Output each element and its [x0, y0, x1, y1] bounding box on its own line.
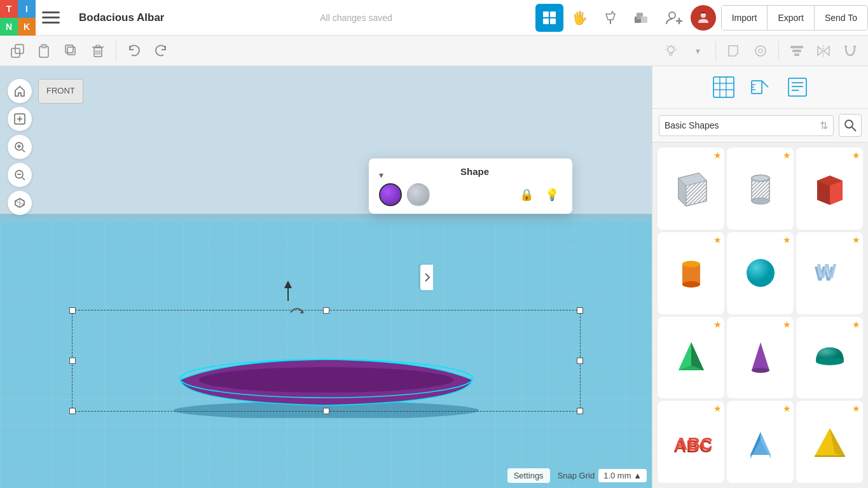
light-icon-btn[interactable]: 💡 [542, 185, 562, 205]
shape-text-3d[interactable]: ★ W W [796, 232, 863, 314]
light-btn[interactable] [658, 38, 684, 64]
star-icon: ★ [852, 403, 860, 414]
handle-ml[interactable] [69, 358, 76, 364]
nav-icons: 🖐 [535, 4, 655, 32]
topbar: T I N K Bodacious Albar All changes save… [0, 0, 868, 36]
mirror-btn[interactable] [811, 38, 836, 64]
export-btn[interactable]: Export [768, 6, 814, 30]
svg-line-71 [762, 81, 768, 87]
shape-sphere-teal[interactable]: ★ [727, 232, 794, 314]
star-icon: ★ [713, 319, 722, 330]
svg-point-34 [755, 46, 766, 56]
star-icon: ★ [713, 235, 722, 245]
color-gray-btn[interactable] [407, 183, 430, 206]
panel-collapse-btn[interactable] [420, 265, 433, 290]
home-view-btn[interactable] [8, 79, 32, 103]
svg-rect-38 [794, 53, 799, 56]
handle-bl[interactable] [69, 408, 76, 414]
svg-point-76 [845, 120, 853, 128]
delete-btn[interactable] [85, 38, 111, 64]
logo-n: N [0, 18, 18, 36]
snap-grid-value[interactable]: 1.0 mm ▲ [598, 469, 647, 482]
handle-bm[interactable] [323, 408, 329, 414]
handle-tl[interactable] [69, 307, 76, 314]
svg-rect-18 [39, 46, 48, 57]
category-chevron: ⇅ [820, 120, 828, 132]
svg-point-11 [669, 12, 675, 18]
shape-pyramid-green[interactable]: ★ [658, 317, 724, 399]
build-tool-btn[interactable] [596, 4, 624, 32]
ruler-tab[interactable] [745, 73, 776, 102]
menu-icon[interactable] [42, 9, 60, 27]
svg-rect-3 [543, 11, 549, 17]
shape-cone-purple[interactable]: ★ [727, 317, 794, 399]
dropdown-btn[interactable]: ▾ [685, 38, 710, 64]
svg-rect-24 [96, 45, 100, 47]
svg-line-53 [22, 178, 25, 180]
lock-icon-btn[interactable]: 🔒 [516, 185, 537, 205]
undo-btn[interactable] [121, 38, 147, 64]
redo-btn[interactable] [148, 38, 174, 64]
shape-cylinder-orange[interactable]: ★ [658, 232, 724, 314]
svg-marker-99 [752, 342, 769, 370]
circle-tool-btn[interactable] [748, 38, 773, 64]
shape-cube-red[interactable]: ★ [796, 148, 863, 230]
handle-tr[interactable] [577, 307, 583, 314]
user-icons [660, 4, 721, 32]
tinkercad-logo[interactable]: T I N K [0, 0, 36, 36]
add-user-btn[interactable] [660, 4, 688, 32]
shape-popup-title: Shape [387, 166, 562, 177]
magnet-btn[interactable] [837, 38, 863, 64]
blocks-tool-btn[interactable] [627, 4, 655, 32]
svg-point-93 [747, 259, 775, 287]
svg-point-92 [682, 281, 700, 288]
send-to-btn[interactable]: Send To [815, 6, 867, 30]
popup-chevron[interactable]: ▾ [379, 170, 383, 180]
svg-rect-36 [790, 46, 803, 48]
shape-letters-red[interactable]: ★ ABCD ABCD [658, 401, 724, 483]
panel-tabs [652, 66, 868, 109]
fit-view-btn[interactable] [8, 107, 32, 131]
shape-triangle-yellow[interactable]: ★ [796, 401, 863, 483]
grid-tab[interactable] [708, 73, 740, 102]
svg-rect-62 [713, 77, 734, 97]
grid-view-btn[interactable] [535, 4, 563, 32]
shapes-grid: ★ ★ ★ [652, 143, 868, 488]
star-icon: ★ [852, 235, 860, 245]
note-btn[interactable] [721, 38, 747, 64]
handle-br[interactable] [577, 408, 583, 414]
shape-cylinder-hole[interactable]: ★ [727, 148, 794, 230]
svg-rect-72 [789, 78, 806, 96]
logo-i: I [18, 0, 36, 18]
align-btn[interactable] [784, 38, 809, 64]
zoom-in-btn[interactable] [8, 135, 32, 159]
svg-rect-21 [65, 45, 73, 53]
duplicate-btn[interactable] [59, 38, 84, 64]
import-btn[interactable]: Import [722, 6, 768, 30]
paste-btn[interactable] [32, 38, 57, 64]
snap-grid-label: Snap Grid [558, 471, 595, 480]
copy-btn[interactable] [5, 38, 31, 64]
handle-mr[interactable] [577, 358, 583, 364]
3d-view-btn[interactable] [8, 191, 32, 215]
shape-box-hole[interactable]: ★ [658, 148, 724, 230]
color-purple-btn[interactable] [379, 183, 402, 206]
category-label: Basic Shapes [665, 120, 719, 130]
handle-tm[interactable] [323, 307, 329, 314]
zoom-out-btn[interactable] [8, 163, 32, 187]
canvas-area[interactable]: FRONT [0, 66, 652, 488]
star-icon: ★ [713, 403, 722, 414]
shape-prism-blue[interactable]: ★ [727, 401, 794, 483]
notes-tab[interactable] [782, 73, 813, 102]
front-label: FRONT [38, 79, 83, 104]
svg-rect-5 [543, 18, 549, 24]
logo-t: T [0, 0, 18, 18]
svg-point-35 [759, 49, 762, 53]
search-btn[interactable] [839, 114, 862, 137]
hand-tool-btn[interactable]: 🖐 [566, 4, 594, 32]
shape-half-sphere[interactable]: ★ [796, 317, 863, 399]
star-icon: ★ [783, 150, 791, 160]
settings-btn[interactable]: Settings [507, 468, 550, 483]
shape-category-dropdown[interactable]: Basic Shapes ⇅ [659, 115, 834, 136]
user-avatar[interactable] [691, 5, 716, 31]
